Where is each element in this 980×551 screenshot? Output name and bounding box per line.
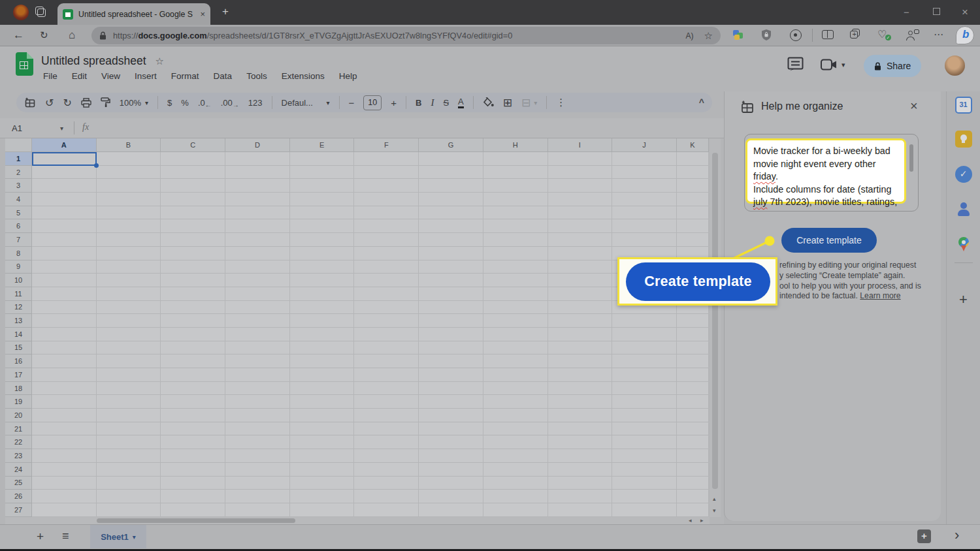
cell-H17[interactable]: [483, 368, 548, 382]
workspaces-icon[interactable]: [35, 7, 47, 18]
cell-H24[interactable]: [483, 463, 548, 477]
collapse-panel-chevron-icon[interactable]: ›: [955, 527, 959, 544]
cell-E5[interactable]: [290, 206, 355, 220]
undo-icon[interactable]: ↺: [45, 97, 54, 109]
cell-B11[interactable]: [97, 287, 161, 301]
cell-C5[interactable]: [161, 206, 225, 220]
split-screen-icon[interactable]: [822, 30, 834, 39]
hide-toolbar-button[interactable]: ^: [699, 97, 704, 108]
paint-format-icon[interactable]: [101, 97, 110, 108]
minimize-icon[interactable]: −: [904, 7, 909, 18]
menu-insert[interactable]: Insert: [131, 70, 161, 82]
prompt-scrollbar[interactable]: [909, 144, 913, 172]
collections-icon[interactable]: +: [850, 29, 860, 39]
back-icon[interactable]: ←: [13, 29, 24, 42]
cell-B15[interactable]: [97, 341, 161, 355]
redo-icon[interactable]: ↻: [63, 97, 71, 109]
cell-B19[interactable]: [97, 395, 161, 409]
cell-J2[interactable]: [612, 166, 677, 180]
cell-I3[interactable]: [548, 179, 613, 193]
decrease-decimals-button[interactable]: .0←: [198, 97, 212, 108]
row-header-11[interactable]: 11: [5, 287, 32, 301]
cell-J16[interactable]: [612, 354, 677, 368]
cell-A25[interactable]: [32, 477, 97, 490]
cell-J25[interactable]: [612, 477, 677, 490]
cell-B20[interactable]: [97, 409, 161, 422]
font-select[interactable]: Defaul...▾: [282, 98, 330, 108]
cell-E9[interactable]: [290, 260, 355, 274]
cell-A26[interactable]: [32, 490, 97, 503]
cell-F26[interactable]: [354, 490, 419, 503]
tasks-icon[interactable]: ✓: [955, 166, 972, 183]
toolbar-more-button[interactable]: ⋮: [556, 97, 566, 108]
cell-I11[interactable]: [548, 287, 613, 301]
maps-icon[interactable]: [958, 236, 970, 253]
row-header-25[interactable]: 25: [5, 477, 32, 490]
cell-I27[interactable]: [548, 503, 613, 517]
cell-A21[interactable]: [32, 422, 97, 436]
cell-H11[interactable]: [483, 287, 548, 301]
row-header-13[interactable]: 13: [5, 314, 32, 328]
all-sheets-icon[interactable]: ≡: [62, 529, 69, 543]
font-size-input[interactable]: 10: [363, 95, 382, 110]
cell-J23[interactable]: [612, 449, 677, 463]
row-header-7[interactable]: 7: [5, 233, 32, 247]
cell-E23[interactable]: [290, 449, 355, 463]
text-color-button[interactable]: A: [458, 97, 464, 108]
cell-C19[interactable]: [161, 395, 225, 409]
cell-I20[interactable]: [548, 409, 613, 422]
cell-G23[interactable]: [419, 449, 483, 463]
cell-C3[interactable]: [161, 179, 225, 193]
menu-extensions[interactable]: Extensions: [278, 70, 329, 82]
cell-G9[interactable]: [419, 260, 483, 274]
cell-C10[interactable]: [161, 274, 225, 287]
cell-G17[interactable]: [419, 368, 483, 382]
cell-D17[interactable]: [225, 368, 290, 382]
row-header-19[interactable]: 19: [5, 395, 32, 409]
cell-C17[interactable]: [161, 368, 225, 382]
name-box[interactable]: A1: [12, 123, 22, 133]
menu-view[interactable]: View: [97, 70, 124, 82]
cell-B7[interactable]: [97, 233, 161, 247]
row-header-12[interactable]: 12: [5, 301, 32, 315]
home-icon[interactable]: ⌂: [69, 29, 75, 42]
decrease-font-button[interactable]: −: [349, 97, 355, 108]
cell-F6[interactable]: [354, 219, 419, 233]
doc-title[interactable]: Untitled spreadsheet: [41, 54, 146, 68]
row-header-16[interactable]: 16: [5, 354, 32, 368]
cell-G26[interactable]: [419, 490, 483, 503]
cell-J14[interactable]: [612, 328, 677, 341]
cell-K7[interactable]: [677, 233, 709, 247]
favorite-star-icon[interactable]: ☆: [704, 30, 713, 42]
cell-B12[interactable]: [97, 301, 161, 315]
cell-B2[interactable]: [97, 166, 161, 180]
cell-A2[interactable]: [32, 166, 97, 180]
cell-C1[interactable]: [161, 152, 225, 166]
cell-J6[interactable]: [612, 219, 677, 233]
column-header-E[interactable]: E: [290, 138, 355, 152]
meet-button[interactable]: ▾: [821, 59, 845, 71]
cell-C15[interactable]: [161, 341, 225, 355]
cell-A4[interactable]: [32, 193, 97, 206]
cell-F25[interactable]: [354, 477, 419, 490]
cell-A14[interactable]: [32, 328, 97, 341]
cell-D23[interactable]: [225, 449, 290, 463]
cell-K25[interactable]: [677, 477, 709, 490]
cell-E10[interactable]: [290, 274, 355, 287]
cell-G20[interactable]: [419, 409, 483, 422]
fill-color-button[interactable]: [483, 97, 494, 108]
row-header-14[interactable]: 14: [5, 328, 32, 341]
cell-C26[interactable]: [161, 490, 225, 503]
cell-K27[interactable]: [677, 503, 709, 517]
cell-C14[interactable]: [161, 328, 225, 341]
cell-J13[interactable]: [612, 314, 677, 328]
cell-A10[interactable]: [32, 274, 97, 287]
cell-J26[interactable]: [612, 490, 677, 503]
restore-icon[interactable]: [933, 8, 940, 15]
cell-I19[interactable]: [548, 395, 613, 409]
cell-H27[interactable]: [483, 503, 548, 517]
cell-E27[interactable]: [290, 503, 355, 517]
read-aloud-icon[interactable]: A): [686, 31, 694, 40]
row-header-3[interactable]: 3: [5, 179, 32, 193]
cell-G6[interactable]: [419, 219, 483, 233]
